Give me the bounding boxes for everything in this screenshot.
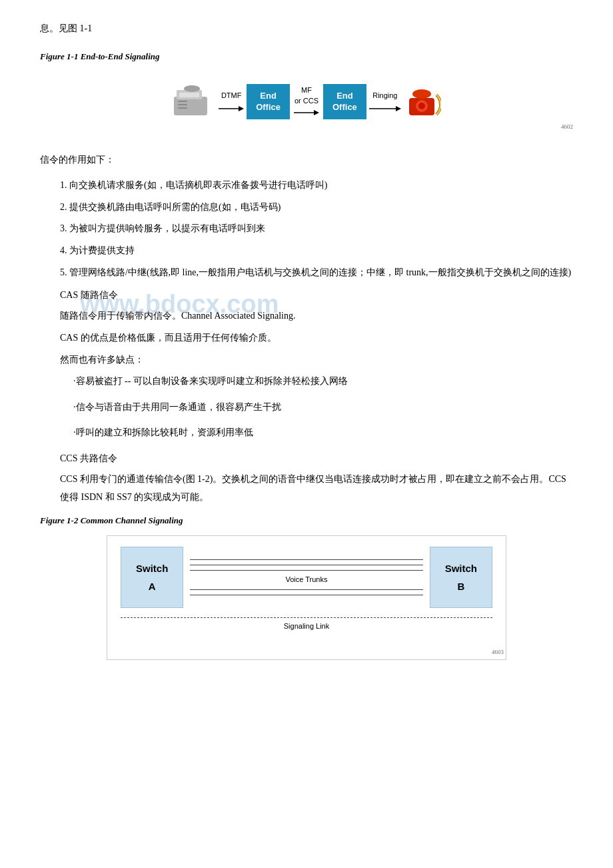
list-item-2: 2. 提供交换机路由电话呼叫所需的信息(如，电话号码) bbox=[60, 199, 573, 217]
drawback-3: ·呼叫的建立和拆除比较耗时，资源利用率低 bbox=[73, 424, 573, 442]
phone-left-icon bbox=[172, 85, 212, 119]
trunk-area: Voice Trunks bbox=[183, 559, 429, 595]
figure-1-caption: Figure 1-1 End-to-End Signaling bbox=[40, 49, 160, 64]
numbered-list: 1. 向交换机请求服务(如，电话摘机即表示准备拨号进行电话呼叫) 2. 提供交换… bbox=[60, 177, 573, 281]
signaling-dashed-line bbox=[121, 617, 492, 618]
drawbacks-intro: 然而也有许多缺点： bbox=[60, 351, 573, 369]
trunk-line-5 bbox=[190, 595, 422, 595]
trunk-line-1 bbox=[190, 559, 422, 560]
drawback-1: ·容易被盗打 -- 可以自制设备来实现呼叫建立和拆除并轻松接入网络 bbox=[73, 373, 573, 391]
cas-heading: CAS 随路信令 bbox=[60, 287, 573, 303]
dtmf-arrow: DTMF bbox=[219, 89, 244, 115]
switch-a: Switch A bbox=[121, 547, 183, 608]
drawbacks-list: ·容易被盗打 -- 可以自制设备来实现呼叫建立和拆除并轻松接入网络 ·信令与语音… bbox=[73, 373, 573, 442]
trunk-lines bbox=[190, 559, 422, 571]
cas-para-2: CAS 的优点是价格低廉，而且适用于任何传输介质。 bbox=[60, 329, 573, 347]
ccs-para: CCS 利用专门的通道传输信令(图 1-2)。交换机之间的语音中继仅当电话连接成… bbox=[60, 471, 573, 506]
ccs-heading: CCS 共路信令 bbox=[60, 450, 573, 467]
list-item-4: 4. 为计费提供支持 bbox=[60, 242, 573, 260]
end-office-1: EndOffice bbox=[247, 84, 290, 120]
figure-2-caption: Figure 1-2 Common Channel Signaling bbox=[40, 513, 183, 528]
drawback-2: ·信令与语音由于共用同一条通道，很容易产生干扰 bbox=[73, 399, 573, 417]
diagram-2: Switch A Voice Trunks Switch B bbox=[107, 535, 506, 661]
diagram-2-row: Switch A Voice Trunks Switch B bbox=[121, 547, 492, 608]
svg-rect-0 bbox=[174, 97, 207, 115]
signaling-link-label: Signaling Link bbox=[284, 620, 330, 633]
end-office-2: EndOffice bbox=[323, 84, 366, 120]
svg-point-14 bbox=[412, 89, 431, 99]
fig1-tag: 4602 bbox=[561, 121, 573, 132]
trunk-lines-bottom bbox=[190, 589, 422, 595]
list-item-5: 5. 管理网络线路/中继(线路,即 line,一般指用户电话机与交换机之间的连接… bbox=[60, 264, 573, 282]
fig2-tag: 4603 bbox=[492, 647, 504, 657]
list-item-1: 1. 向交换机请求服务(如，电话摘机即表示准备拨号进行电话呼叫) bbox=[60, 177, 573, 195]
svg-rect-6 bbox=[178, 107, 187, 109]
phone-right-icon bbox=[404, 83, 441, 121]
switch-b: Switch B bbox=[430, 547, 492, 608]
main-content: 信令的作用如下： 1. 向交换机请求服务(如，电话摘机即表示准备拨号进行电话呼叫… bbox=[40, 151, 573, 507]
cas-para-1: 随路信令用于传输带内信令。Channel Associated Signalin… bbox=[60, 307, 573, 325]
list-item-3: 3. 为被叫方提供响铃服务，以提示有电话呼叫到来 bbox=[60, 220, 573, 238]
svg-marker-8 bbox=[239, 106, 244, 111]
trunk-line-3 bbox=[190, 570, 422, 571]
trunk-line-4 bbox=[190, 589, 422, 590]
ringing-arrow: Ringing bbox=[369, 89, 401, 115]
diagram-1: DTMF EndOffice MF or CCS EndOffice Ringi… bbox=[40, 71, 573, 133]
figure-2-container: Figure 1-2 Common Channel Signaling Swit… bbox=[40, 513, 573, 660]
svg-rect-4 bbox=[178, 101, 187, 102]
trunk-line-2 bbox=[190, 565, 422, 565]
voice-trunks-label: Voice Trunks bbox=[286, 573, 328, 587]
svg-marker-12 bbox=[396, 106, 401, 111]
figure-1-container: Figure 1-1 End-to-End Signaling DTMF bbox=[40, 49, 573, 135]
signaling-link-area: Signaling Link bbox=[121, 617, 492, 633]
section-heading: 信令的作用如下： bbox=[40, 151, 573, 169]
mf-label: MF or CCS bbox=[294, 85, 319, 118]
intro-line: 息。见图 1-1 bbox=[40, 20, 573, 37]
svg-marker-10 bbox=[314, 110, 319, 115]
svg-rect-5 bbox=[178, 104, 187, 105]
svg-point-16 bbox=[418, 103, 425, 109]
svg-rect-2 bbox=[179, 93, 199, 97]
svg-point-3 bbox=[184, 85, 200, 92]
